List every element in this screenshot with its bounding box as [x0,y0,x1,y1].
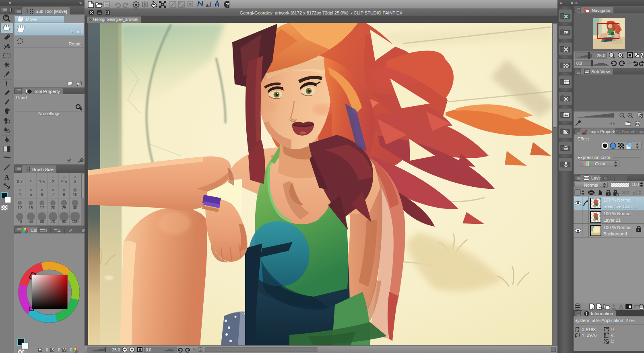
svg-text:0.0: 0.0 [576,61,582,66]
svg-text:25.0: 25.0 [597,53,605,58]
svg-text:6: 6 [41,192,43,197]
svg-text:?: ? [226,2,229,8]
svg-text:60: 60 [39,219,44,224]
svg-text:0: 0 [70,348,72,352]
svg-text:25.0: 25.0 [112,348,120,352]
svg-text:V: V [63,348,66,352]
svg-text:A: A [4,173,10,181]
svg-text:50: 50 [29,219,33,224]
svg-text:100: 100 [72,219,78,224]
svg-text:1.5: 1.5 [39,180,45,184]
svg-text:80: 80 [62,219,66,224]
svg-text:0.7: 0.7 [17,180,23,184]
svg-text:12: 12 [17,206,22,210]
svg-text:2: 2 [52,180,54,184]
svg-text:H: H [39,348,41,352]
svg-text:4: 4 [19,192,21,197]
svg-text:0.0: 0.0 [146,348,151,352]
svg-text:17: 17 [39,206,44,210]
svg-text:0: 0 [58,348,60,352]
svg-text:1: 1 [30,180,32,184]
svg-text:5: 5 [30,192,32,197]
svg-text:70: 70 [51,219,56,224]
svg-text:20: 20 [51,206,56,210]
svg-text:40: 40 [17,219,22,224]
svg-text:7: 7 [52,192,54,197]
svg-text:30: 30 [73,206,78,210]
svg-text:0: 0 [46,348,48,352]
svg-text:S: S [52,348,54,352]
svg-text:8: 8 [63,192,65,197]
svg-text:15: 15 [29,206,33,210]
svg-text:10: 10 [73,192,78,197]
svg-text:25: 25 [62,206,66,210]
svg-text:3: 3 [74,180,76,184]
svg-text:2.5: 2.5 [61,180,67,184]
